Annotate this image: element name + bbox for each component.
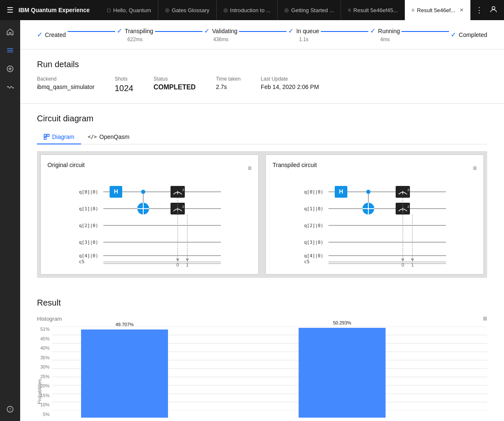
bar-00011[interactable]: 50.293% <box>299 328 386 418</box>
connector-5 <box>402 31 449 32</box>
histogram-chart: 49.707% 50.293% <box>52 327 487 421</box>
meta-shots-value: 1024 <box>115 84 134 93</box>
progress-steps: ✓ Created ✓ Transpiling 622ms <box>37 27 487 42</box>
tab-result2-close[interactable]: ✕ <box>459 7 464 13</box>
step-transpiling-label: Transpiling <box>125 28 153 34</box>
step-validating: ✓ Validating 436ms <box>204 27 237 42</box>
svg-rect-9 <box>44 137 46 139</box>
step-completed-label: Completed <box>459 31 487 38</box>
tab-intro-icon: ◎ <box>223 7 228 13</box>
circuit-tab-diagram[interactable]: Diagram <box>37 130 81 144</box>
svg-text:q[1]: q[1] <box>304 206 315 212</box>
run-meta: Backend ibmq_qasm_simulator Shots 1024 S… <box>37 76 487 93</box>
top-bar: ☰ IBM Quantum Experience ◻Hello, Quantum… <box>0 0 504 20</box>
step-created: ✓ Created <box>37 31 66 39</box>
tab-intro[interactable]: ◎Introduction to ... <box>217 0 278 20</box>
y-label-5: 5% <box>37 412 50 417</box>
svg-rect-2 <box>7 50 13 51</box>
svg-text:1: 1 <box>411 262 414 267</box>
svg-text:|0⟩: |0⟩ <box>315 206 323 212</box>
meta-time: Time taken 2.7s <box>216 76 241 93</box>
app-title: IBM Quantum Experience <box>18 7 90 13</box>
tab-intro-label: Introduction to ... <box>230 7 271 13</box>
svg-point-0 <box>492 6 495 9</box>
histogram-y-axis: Probabilities 51% 45% 40% 35% 30% 25% 20… <box>37 327 52 421</box>
sidebar-item-list[interactable] <box>2 42 18 59</box>
result-title: Result <box>37 298 487 308</box>
content-area: ✓ Created ✓ Transpiling 622ms <box>20 20 504 421</box>
circuit-tab-openqasm[interactable]: </> OpenQasm <box>81 130 136 144</box>
svg-text:q[0]: q[0] <box>79 189 90 195</box>
connector-3 <box>239 31 286 32</box>
histogram-menu-icon[interactable]: ≡ <box>483 314 487 323</box>
sidebar-item-home[interactable] <box>2 24 18 40</box>
circuits-container: Original circuit ≡ q[0] |0⟩ q[1] |0⟩ q[2… <box>37 151 487 278</box>
openqasm-tab-icon: </> <box>88 134 97 140</box>
svg-text:q[4]: q[4] <box>79 253 90 259</box>
step-inqueue-check: ✓ <box>288 27 294 35</box>
tab-getting[interactable]: ◎Getting Started ... <box>278 0 341 20</box>
meta-backend-label: Backend <box>37 76 94 82</box>
sidebar-item-wave[interactable] <box>2 79 18 96</box>
svg-text:q[3]: q[3] <box>304 240 315 245</box>
svg-text:|0⟩: |0⟩ <box>90 240 98 245</box>
tab-gates[interactable]: ◎Gates Glossary <box>158 0 217 20</box>
step-created-label: Created <box>45 31 66 38</box>
svg-text:Z: Z <box>407 205 410 209</box>
transpiled-circuit-menu[interactable]: ≡ <box>473 165 477 172</box>
tab-getting-label: Getting Started ... <box>291 7 334 13</box>
svg-text:|0⟩: |0⟩ <box>90 253 98 259</box>
circuit-diagram-section: Circuit diagram Diagram </> OpenQasm Ori… <box>20 104 504 288</box>
transpiled-circuit-svg: q[0] |0⟩ q[1] |0⟩ q[2] |0⟩ q[3] |0⟩ q[4]… <box>273 175 477 267</box>
tab-result1[interactable]: ≡Result 5e46ef45... <box>341 0 405 20</box>
progress-section: ✓ Created ✓ Transpiling 622ms <box>20 20 504 50</box>
sidebar-item-circuit[interactable] <box>2 60 18 77</box>
original-circuit-title: Original circuit <box>47 162 85 168</box>
tab-result1-icon: ≡ <box>348 7 351 13</box>
sidebar-item-help[interactable]: ? <box>2 401 18 418</box>
svg-text:0: 0 <box>176 262 179 267</box>
tab-result2[interactable]: ≡Result 5e46ef...✕ <box>405 0 470 20</box>
tab-hello-icon: ◻ <box>107 7 111 13</box>
meta-status-value: COMPLETED <box>153 84 195 91</box>
bar-00000[interactable]: 49.707% <box>81 329 168 418</box>
sidebar: ? <box>0 20 20 421</box>
run-details-title: Run details <box>37 60 487 69</box>
user-button[interactable] <box>488 4 499 17</box>
transpiled-circuit-title: Transpiled circuit <box>273 162 317 168</box>
step-validating-check: ✓ <box>204 27 210 35</box>
tab-result2-icon: ≡ <box>412 7 415 13</box>
control-dot-transpiled <box>366 190 370 194</box>
bars-container: 49.707% 50.293% <box>52 327 487 421</box>
top-bar-actions: ⋮ <box>474 4 499 17</box>
original-circuit-menu[interactable]: ≡ <box>248 165 252 172</box>
meta-update-value: Feb 14, 2020 2:06 PM <box>261 84 319 90</box>
bar-00000-label: 49.707% <box>116 322 134 327</box>
svg-text:|0⟩: |0⟩ <box>315 223 323 228</box>
more-button[interactable]: ⋮ <box>474 4 485 16</box>
meta-time-value: 2.7s <box>216 84 227 90</box>
svg-text:1: 1 <box>186 262 189 267</box>
meta-shots-label: Shots <box>115 76 134 82</box>
step-running-check: ✓ <box>370 27 375 35</box>
menu-icon[interactable]: ☰ <box>5 4 15 16</box>
svg-text:H: H <box>114 188 118 195</box>
tab-gates-icon: ◎ <box>165 7 169 13</box>
svg-text:q[2]: q[2] <box>304 223 315 228</box>
tab-getting-icon: ◎ <box>284 7 289 13</box>
tab-hello[interactable]: ◻Hello, Quantum <box>100 0 158 20</box>
y-label-25: 25% <box>37 374 50 379</box>
histogram-header: Histogram ≡ <box>37 314 487 323</box>
y-axis-label: Probabilities <box>37 379 42 404</box>
svg-rect-8 <box>47 134 49 136</box>
meta-update-label: Last Update <box>261 76 319 82</box>
svg-text:|0⟩: |0⟩ <box>315 189 323 195</box>
meta-status-label: Status <box>153 76 195 82</box>
svg-rect-1 <box>7 48 13 49</box>
tabs-bar: ◻Hello, Quantum◎Gates Glossary◎Introduct… <box>100 0 470 20</box>
circuit-tab-openqasm-label: OpenQasm <box>100 133 130 140</box>
transpiled-circuit-box: Transpiled circuit ≡ q[0] |0⟩ q[1] |0⟩ q… <box>265 154 484 275</box>
svg-rect-3 <box>7 52 13 52</box>
meta-time-label: Time taken <box>216 76 241 82</box>
svg-text:q[0]: q[0] <box>304 189 315 195</box>
